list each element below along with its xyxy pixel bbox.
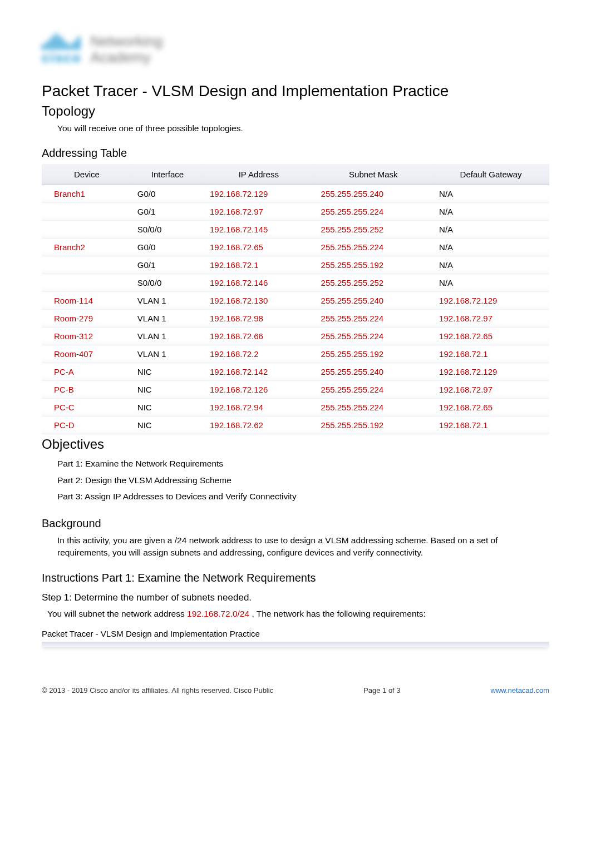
list-item: Part 2: Design the VLSM Addressing Schem… bbox=[57, 472, 549, 488]
cell-mask: 255.255.255.224 bbox=[314, 310, 433, 328]
table-row: S0/0/0192.168.72.145255.255.255.252N/A bbox=[42, 221, 549, 239]
table-header-row: Device Interface IP Address Subnet Mask … bbox=[42, 164, 549, 185]
cell-interface: VLAN 1 bbox=[132, 292, 203, 310]
topology-text: You will receive one of three possible t… bbox=[42, 122, 549, 135]
addressing-table: Device Interface IP Address Subnet Mask … bbox=[42, 164, 549, 434]
cell-ip: 192.168.72.130 bbox=[203, 292, 314, 310]
col-device: Device bbox=[42, 164, 132, 185]
col-interface: Interface bbox=[132, 164, 203, 185]
table-row: Room-114VLAN 1192.168.72.130255.255.255.… bbox=[42, 292, 549, 310]
table-row: Branch1G0/0192.168.72.129255.255.255.240… bbox=[42, 185, 549, 203]
table-row: PC-DNIC192.168.72.62255.255.255.192192.1… bbox=[42, 416, 549, 434]
cell-ip: 192.168.72.126 bbox=[203, 381, 314, 399]
cell-mask: 255.255.255.224 bbox=[314, 381, 433, 399]
cell-interface: S0/0/0 bbox=[132, 274, 203, 292]
cell-device: Room-312 bbox=[42, 328, 132, 345]
cell-interface: NIC bbox=[132, 381, 203, 399]
table-row: PC-ANIC192.168.72.142255.255.255.240192.… bbox=[42, 363, 549, 381]
col-gateway: Default Gateway bbox=[432, 164, 549, 185]
cell-gateway: N/A bbox=[432, 203, 549, 221]
cell-ip: 192.168.72.94 bbox=[203, 399, 314, 416]
cell-gateway: 192.168.72.97 bbox=[432, 381, 549, 399]
cell-gateway: 192.168.72.129 bbox=[432, 363, 549, 381]
cell-interface: G0/1 bbox=[132, 203, 203, 221]
cell-mask: 255.255.255.224 bbox=[314, 399, 433, 416]
running-title: Packet Tracer - VLSM Design and Implemen… bbox=[42, 629, 549, 638]
step1-post: . The network has the following requirem… bbox=[252, 609, 425, 618]
cell-device bbox=[42, 274, 132, 292]
cell-mask: 255.255.255.224 bbox=[314, 239, 433, 256]
cell-mask: 255.255.255.224 bbox=[314, 203, 433, 221]
cell-mask: 255.255.255.192 bbox=[314, 345, 433, 363]
page-footer: © 2013 - 2019 Cisco and/or its affiliate… bbox=[42, 681, 549, 695]
addressing-heading: Addressing Table bbox=[42, 147, 549, 160]
col-mask: Subnet Mask bbox=[314, 164, 433, 185]
cell-gateway: N/A bbox=[432, 274, 549, 292]
cell-mask: 255.255.255.252 bbox=[314, 274, 433, 292]
cell-gateway: 192.168.72.1 bbox=[432, 345, 549, 363]
footer-link[interactable]: www.netacad.com bbox=[491, 686, 550, 695]
cell-ip: 192.168.72.142 bbox=[203, 363, 314, 381]
cell-device: PC-D bbox=[42, 416, 132, 434]
list-item: Part 1: Examine the Network Requirements bbox=[57, 455, 549, 472]
cell-ip: 192.168.72.1 bbox=[203, 256, 314, 274]
cell-device: PC-C bbox=[42, 399, 132, 416]
cell-device bbox=[42, 203, 132, 221]
cell-gateway: 192.168.72.65 bbox=[432, 399, 549, 416]
cisco-wordmark: cisco bbox=[42, 50, 81, 66]
cisco-logo-icon: cisco bbox=[42, 33, 81, 66]
table-row: Room-312VLAN 1192.168.72.66255.255.255.2… bbox=[42, 328, 549, 345]
cell-device: Room-407 bbox=[42, 345, 132, 363]
cell-gateway: N/A bbox=[432, 239, 549, 256]
cell-gateway: 192.168.72.65 bbox=[432, 328, 549, 345]
cell-device: Branch2 bbox=[42, 239, 132, 256]
cell-gateway: 192.168.72.1 bbox=[432, 416, 549, 434]
cell-ip: 192.168.72.97 bbox=[203, 203, 314, 221]
cell-device: PC-B bbox=[42, 381, 132, 399]
step1-pre: You will subnet the network address bbox=[47, 609, 187, 618]
document-page: cisco Networking Academy Packet Tracer -… bbox=[0, 0, 591, 868]
table-row: PC-BNIC192.168.72.126255.255.255.224192.… bbox=[42, 381, 549, 399]
cell-interface: VLAN 1 bbox=[132, 345, 203, 363]
cell-gateway: N/A bbox=[432, 185, 549, 203]
background-text: In this activity, you are given a /24 ne… bbox=[42, 534, 549, 559]
background-heading: Background bbox=[42, 517, 549, 530]
table-row: G0/1192.168.72.1255.255.255.192N/A bbox=[42, 256, 549, 274]
cell-interface: NIC bbox=[132, 416, 203, 434]
cell-device: Room-279 bbox=[42, 310, 132, 328]
cell-gateway: 192.168.72.97 bbox=[432, 310, 549, 328]
cell-interface: G0/0 bbox=[132, 239, 203, 256]
cell-ip: 192.168.72.62 bbox=[203, 416, 314, 434]
cell-ip: 192.168.72.66 bbox=[203, 328, 314, 345]
cell-mask: 255.255.255.240 bbox=[314, 363, 433, 381]
table-row: PC-CNIC192.168.72.94255.255.255.224192.1… bbox=[42, 399, 549, 416]
footer-page-number: Page 1 of 3 bbox=[363, 686, 401, 695]
cell-ip: 192.168.72.2 bbox=[203, 345, 314, 363]
list-item: Part 3: Assign IP Addresses to Devices a… bbox=[57, 488, 549, 504]
cell-mask: 255.255.255.224 bbox=[314, 328, 433, 345]
instructions-heading: Instructions Part 1: Examine the Network… bbox=[42, 572, 549, 584]
cell-interface: VLAN 1 bbox=[132, 328, 203, 345]
cell-interface: NIC bbox=[132, 399, 203, 416]
step1-text: You will subnet the network address 192.… bbox=[42, 608, 549, 620]
cell-mask: 255.255.255.252 bbox=[314, 221, 433, 239]
cell-device: Branch1 bbox=[42, 185, 132, 203]
footer-copyright: © 2013 - 2019 Cisco and/or its affiliate… bbox=[42, 686, 273, 695]
objectives-heading: Objectives bbox=[42, 437, 549, 452]
cell-gateway: N/A bbox=[432, 256, 549, 274]
table-row: Branch2G0/0192.168.72.65255.255.255.224N… bbox=[42, 239, 549, 256]
cell-ip: 192.168.72.145 bbox=[203, 221, 314, 239]
cell-ip: 192.168.72.65 bbox=[203, 239, 314, 256]
cell-mask: 255.255.255.192 bbox=[314, 416, 433, 434]
cell-interface: G0/0 bbox=[132, 185, 203, 203]
cell-ip: 192.168.72.146 bbox=[203, 274, 314, 292]
brand-logo: cisco Networking Academy bbox=[42, 33, 549, 66]
document-title: Packet Tracer - VLSM Design and Implemen… bbox=[42, 82, 549, 100]
cell-device: Room-114 bbox=[42, 292, 132, 310]
cell-mask: 255.255.255.240 bbox=[314, 292, 433, 310]
table-row: G0/1192.168.72.97255.255.255.224N/A bbox=[42, 203, 549, 221]
cell-interface: VLAN 1 bbox=[132, 310, 203, 328]
cell-device bbox=[42, 221, 132, 239]
topology-heading: Topology bbox=[42, 103, 549, 119]
cell-mask: 255.255.255.192 bbox=[314, 256, 433, 274]
